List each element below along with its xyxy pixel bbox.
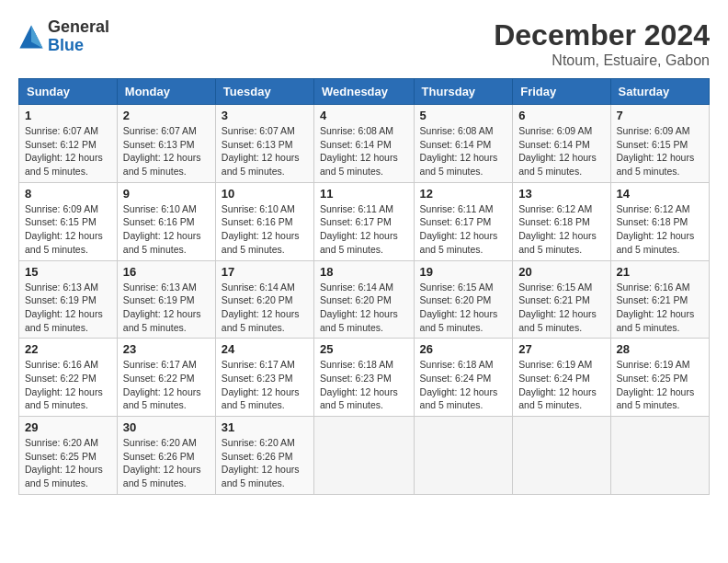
day-info: Sunrise: 6:18 AM Sunset: 6:23 PM Dayligh… [320, 358, 408, 412]
day-number: 16 [123, 265, 210, 279]
calendar-cell: 8 Sunrise: 6:09 AM Sunset: 6:15 PM Dayli… [19, 182, 118, 260]
weekday-saturday: Saturday [610, 79, 709, 105]
calendar-cell: 7 Sunrise: 6:09 AM Sunset: 6:15 PM Dayli… [610, 105, 709, 183]
day-info: Sunrise: 6:16 AM Sunset: 6:22 PM Dayligh… [25, 358, 111, 412]
day-number: 25 [320, 342, 408, 356]
calendar-cell: 9 Sunrise: 6:10 AM Sunset: 6:16 PM Dayli… [117, 182, 215, 260]
calendar-cell: 15 Sunrise: 6:13 AM Sunset: 6:19 PM Dayl… [19, 260, 118, 339]
day-number: 15 [25, 265, 111, 279]
day-number: 8 [25, 187, 111, 201]
day-number: 12 [420, 187, 507, 201]
logo: General Blue [18, 18, 109, 55]
calendar-cell: 2 Sunrise: 6:07 AM Sunset: 6:13 PM Dayli… [117, 105, 215, 183]
day-info: Sunrise: 6:09 AM Sunset: 6:14 PM Dayligh… [518, 124, 604, 178]
logo-icon [18, 24, 44, 50]
day-number: 2 [123, 109, 210, 122]
day-info: Sunrise: 6:20 AM Sunset: 6:25 PM Dayligh… [25, 436, 111, 490]
calendar-cell: 25 Sunrise: 6:18 AM Sunset: 6:23 PM Dayl… [314, 339, 415, 417]
calendar-cell: 11 Sunrise: 6:11 AM Sunset: 6:17 PM Dayl… [314, 182, 415, 260]
calendar-cell: 17 Sunrise: 6:14 AM Sunset: 6:20 PM Dayl… [215, 260, 313, 339]
calendar-cell: 30 Sunrise: 6:20 AM Sunset: 6:26 PM Dayl… [117, 417, 215, 495]
day-info: Sunrise: 6:08 AM Sunset: 6:14 PM Dayligh… [420, 124, 507, 178]
calendar-cell: 24 Sunrise: 6:17 AM Sunset: 6:23 PM Dayl… [215, 339, 313, 417]
calendar-cell: 27 Sunrise: 6:19 AM Sunset: 6:24 PM Dayl… [513, 339, 610, 417]
weekday-monday: Monday [117, 79, 215, 105]
weekday-header-row: SundayMondayTuesdayWednesdayThursdayFrid… [19, 79, 710, 105]
day-number: 26 [420, 342, 507, 356]
calendar-cell: 20 Sunrise: 6:15 AM Sunset: 6:21 PM Dayl… [513, 260, 610, 339]
calendar-cell: 18 Sunrise: 6:14 AM Sunset: 6:20 PM Dayl… [314, 260, 415, 339]
day-info: Sunrise: 6:20 AM Sunset: 6:26 PM Dayligh… [123, 436, 210, 490]
calendar-cell: 26 Sunrise: 6:18 AM Sunset: 6:24 PM Dayl… [414, 339, 513, 417]
day-number: 7 [617, 109, 703, 122]
day-info: Sunrise: 6:15 AM Sunset: 6:20 PM Dayligh… [420, 281, 507, 335]
day-info: Sunrise: 6:16 AM Sunset: 6:21 PM Dayligh… [617, 281, 703, 335]
day-info: Sunrise: 6:11 AM Sunset: 6:17 PM Dayligh… [420, 202, 507, 257]
calendar-week-1: 1 Sunrise: 6:07 AM Sunset: 6:12 PM Dayli… [19, 105, 710, 183]
day-number: 27 [518, 342, 604, 356]
day-number: 9 [123, 187, 210, 201]
calendar-cell: 13 Sunrise: 6:12 AM Sunset: 6:18 PM Dayl… [513, 182, 610, 260]
day-number: 22 [25, 342, 111, 356]
title-area: December 2024 Ntoum, Estuaire, Gabon [494, 18, 710, 69]
day-number: 30 [123, 420, 210, 434]
day-info: Sunrise: 6:09 AM Sunset: 6:15 PM Dayligh… [25, 202, 111, 257]
logo-general-text: General [48, 18, 109, 37]
day-info: Sunrise: 6:12 AM Sunset: 6:18 PM Dayligh… [518, 202, 604, 257]
day-info: Sunrise: 6:12 AM Sunset: 6:18 PM Dayligh… [617, 202, 703, 257]
day-number: 21 [617, 265, 703, 279]
calendar-cell: 22 Sunrise: 6:16 AM Sunset: 6:22 PM Dayl… [19, 339, 118, 417]
day-info: Sunrise: 6:10 AM Sunset: 6:16 PM Dayligh… [123, 202, 210, 257]
calendar-cell: 31 Sunrise: 6:20 AM Sunset: 6:26 PM Dayl… [215, 417, 313, 495]
day-number: 11 [320, 187, 408, 201]
calendar-cell: 1 Sunrise: 6:07 AM Sunset: 6:12 PM Dayli… [19, 105, 118, 183]
day-info: Sunrise: 6:19 AM Sunset: 6:25 PM Dayligh… [617, 358, 703, 412]
weekday-thursday: Thursday [414, 79, 513, 105]
day-number: 1 [25, 109, 111, 122]
day-number: 13 [518, 187, 604, 201]
month-title: December 2024 [494, 18, 710, 52]
day-info: Sunrise: 6:18 AM Sunset: 6:24 PM Dayligh… [420, 358, 507, 412]
calendar-week-2: 8 Sunrise: 6:09 AM Sunset: 6:15 PM Dayli… [19, 182, 710, 260]
day-number: 10 [222, 187, 308, 201]
calendar-cell [610, 417, 709, 495]
day-info: Sunrise: 6:11 AM Sunset: 6:17 PM Dayligh… [320, 202, 408, 257]
calendar-week-3: 15 Sunrise: 6:13 AM Sunset: 6:19 PM Dayl… [19, 260, 710, 339]
day-info: Sunrise: 6:13 AM Sunset: 6:19 PM Dayligh… [25, 281, 111, 335]
calendar-cell: 3 Sunrise: 6:07 AM Sunset: 6:13 PM Dayli… [215, 105, 313, 183]
calendar-cell [513, 417, 610, 495]
weekday-wednesday: Wednesday [314, 79, 415, 105]
weekday-sunday: Sunday [19, 79, 118, 105]
calendar-cell: 21 Sunrise: 6:16 AM Sunset: 6:21 PM Dayl… [610, 260, 709, 339]
day-info: Sunrise: 6:19 AM Sunset: 6:24 PM Dayligh… [518, 358, 604, 412]
day-info: Sunrise: 6:14 AM Sunset: 6:20 PM Dayligh… [222, 281, 308, 335]
calendar-cell: 5 Sunrise: 6:08 AM Sunset: 6:14 PM Dayli… [414, 105, 513, 183]
logo-blue-text: Blue [48, 37, 109, 55]
day-number: 23 [123, 342, 210, 356]
day-info: Sunrise: 6:09 AM Sunset: 6:15 PM Dayligh… [617, 124, 703, 178]
weekday-tuesday: Tuesday [215, 79, 313, 105]
day-number: 3 [222, 109, 308, 122]
day-number: 31 [222, 420, 308, 434]
calendar-cell [414, 417, 513, 495]
calendar-cell: 12 Sunrise: 6:11 AM Sunset: 6:17 PM Dayl… [414, 182, 513, 260]
day-number: 5 [420, 109, 507, 122]
calendar-cell: 6 Sunrise: 6:09 AM Sunset: 6:14 PM Dayli… [513, 105, 610, 183]
day-info: Sunrise: 6:08 AM Sunset: 6:14 PM Dayligh… [320, 124, 408, 178]
day-info: Sunrise: 6:14 AM Sunset: 6:20 PM Dayligh… [320, 281, 408, 335]
day-info: Sunrise: 6:17 AM Sunset: 6:23 PM Dayligh… [222, 358, 308, 412]
day-info: Sunrise: 6:07 AM Sunset: 6:13 PM Dayligh… [123, 124, 210, 178]
day-number: 14 [617, 187, 703, 201]
day-info: Sunrise: 6:10 AM Sunset: 6:16 PM Dayligh… [222, 202, 308, 257]
day-info: Sunrise: 6:07 AM Sunset: 6:12 PM Dayligh… [25, 124, 111, 178]
calendar-cell: 23 Sunrise: 6:17 AM Sunset: 6:22 PM Dayl… [117, 339, 215, 417]
calendar-table: SundayMondayTuesdayWednesdayThursdayFrid… [18, 78, 710, 495]
day-number: 18 [320, 265, 408, 279]
calendar-cell: 10 Sunrise: 6:10 AM Sunset: 6:16 PM Dayl… [215, 182, 313, 260]
day-number: 17 [222, 265, 308, 279]
calendar-cell: 29 Sunrise: 6:20 AM Sunset: 6:25 PM Dayl… [19, 417, 118, 495]
day-number: 19 [420, 265, 507, 279]
location-title: Ntoum, Estuaire, Gabon [494, 52, 710, 69]
calendar-cell: 19 Sunrise: 6:15 AM Sunset: 6:20 PM Dayl… [414, 260, 513, 339]
day-number: 20 [518, 265, 604, 279]
